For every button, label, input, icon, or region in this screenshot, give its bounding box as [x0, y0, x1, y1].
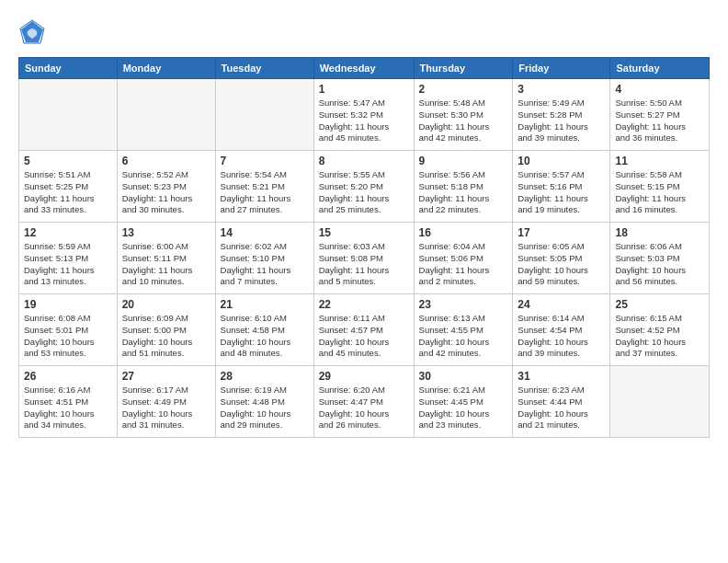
calendar-cell: 28Sunrise: 6:19 AM Sunset: 4:48 PM Dayli…: [215, 366, 313, 438]
day-info: Sunrise: 6:05 AM Sunset: 5:05 PM Dayligh…: [518, 241, 605, 288]
day-number: 24: [518, 298, 605, 311]
calendar-cell: 5Sunrise: 5:51 AM Sunset: 5:25 PM Daylig…: [19, 151, 118, 223]
day-info: Sunrise: 6:10 AM Sunset: 4:58 PM Dayligh…: [221, 313, 309, 360]
calendar-cell: 20Sunrise: 6:09 AM Sunset: 5:00 PM Dayli…: [117, 294, 215, 366]
calendar-header-row: SundayMondayTuesdayWednesdayThursdayFrid…: [19, 58, 710, 79]
calendar-cell: 24Sunrise: 6:14 AM Sunset: 4:54 PM Dayli…: [513, 294, 610, 366]
day-info: Sunrise: 5:57 AM Sunset: 5:16 PM Dayligh…: [518, 169, 605, 216]
calendar-cell: [19, 79, 118, 151]
calendar-cell: 30Sunrise: 6:21 AM Sunset: 4:45 PM Dayli…: [414, 366, 513, 438]
day-number: 15: [319, 226, 409, 239]
day-info: Sunrise: 6:15 AM Sunset: 4:52 PM Dayligh…: [615, 313, 704, 360]
day-number: 27: [122, 370, 210, 383]
day-info: Sunrise: 6:09 AM Sunset: 5:00 PM Dayligh…: [122, 313, 210, 360]
day-number: 25: [615, 298, 704, 311]
calendar-cell: 16Sunrise: 6:04 AM Sunset: 5:06 PM Dayli…: [414, 223, 513, 294]
calendar-cell: 23Sunrise: 6:13 AM Sunset: 4:55 PM Dayli…: [414, 294, 513, 366]
day-number: 5: [24, 155, 112, 167]
calendar-cell: 18Sunrise: 6:06 AM Sunset: 5:03 PM Dayli…: [610, 223, 710, 294]
day-number: 13: [122, 226, 210, 239]
day-info: Sunrise: 6:04 AM Sunset: 5:06 PM Dayligh…: [419, 241, 508, 288]
day-number: 1: [319, 83, 409, 96]
calendar-cell: 17Sunrise: 6:05 AM Sunset: 5:05 PM Dayli…: [513, 223, 610, 294]
day-number: 26: [24, 370, 112, 383]
day-number: 8: [319, 155, 409, 167]
week-row-5: 26Sunrise: 6:16 AM Sunset: 4:51 PM Dayli…: [19, 366, 710, 438]
day-number: 7: [221, 155, 309, 167]
day-info: Sunrise: 5:47 AM Sunset: 5:32 PM Dayligh…: [319, 98, 409, 144]
day-header-saturday: Saturday: [610, 58, 710, 79]
day-info: Sunrise: 5:58 AM Sunset: 5:15 PM Dayligh…: [615, 169, 704, 216]
day-info: Sunrise: 6:13 AM Sunset: 4:55 PM Dayligh…: [419, 313, 508, 360]
calendar-cell: 6Sunrise: 5:52 AM Sunset: 5:23 PM Daylig…: [117, 151, 215, 223]
day-number: 3: [518, 83, 605, 96]
day-number: 17: [518, 226, 605, 239]
calendar-cell: [117, 79, 215, 151]
day-info: Sunrise: 5:48 AM Sunset: 5:30 PM Dayligh…: [419, 98, 508, 144]
day-number: 6: [122, 155, 210, 167]
day-number: 16: [419, 226, 508, 239]
calendar-cell: 25Sunrise: 6:15 AM Sunset: 4:52 PM Dayli…: [610, 294, 710, 366]
day-info: Sunrise: 6:21 AM Sunset: 4:45 PM Dayligh…: [419, 385, 508, 431]
calendar-cell: [215, 79, 313, 151]
day-info: Sunrise: 6:14 AM Sunset: 4:54 PM Dayligh…: [518, 313, 605, 360]
day-number: 4: [615, 83, 704, 96]
day-info: Sunrise: 6:06 AM Sunset: 5:03 PM Dayligh…: [615, 241, 704, 288]
week-row-2: 5Sunrise: 5:51 AM Sunset: 5:25 PM Daylig…: [19, 151, 710, 223]
day-info: Sunrise: 5:49 AM Sunset: 5:28 PM Dayligh…: [518, 98, 605, 144]
header: [18, 18, 710, 46]
calendar-cell: 13Sunrise: 6:00 AM Sunset: 5:11 PM Dayli…: [117, 223, 215, 294]
calendar-cell: 10Sunrise: 5:57 AM Sunset: 5:16 PM Dayli…: [513, 151, 610, 223]
week-row-4: 19Sunrise: 6:08 AM Sunset: 5:01 PM Dayli…: [19, 294, 710, 366]
calendar-cell: 9Sunrise: 5:56 AM Sunset: 5:18 PM Daylig…: [414, 151, 513, 223]
day-number: 14: [221, 226, 309, 239]
day-info: Sunrise: 6:00 AM Sunset: 5:11 PM Dayligh…: [122, 241, 210, 288]
calendar-cell: 2Sunrise: 5:48 AM Sunset: 5:30 PM Daylig…: [414, 79, 513, 151]
day-info: Sunrise: 6:11 AM Sunset: 4:57 PM Dayligh…: [319, 313, 409, 360]
day-info: Sunrise: 5:59 AM Sunset: 5:13 PM Dayligh…: [24, 241, 112, 288]
day-info: Sunrise: 5:54 AM Sunset: 5:21 PM Dayligh…: [221, 169, 309, 216]
day-header-wednesday: Wednesday: [313, 58, 414, 79]
calendar-cell: 11Sunrise: 5:58 AM Sunset: 5:15 PM Dayli…: [610, 151, 710, 223]
calendar-cell: 1Sunrise: 5:47 AM Sunset: 5:32 PM Daylig…: [313, 79, 414, 151]
day-number: 10: [518, 155, 605, 167]
day-header-thursday: Thursday: [414, 58, 513, 79]
day-number: 22: [319, 298, 409, 311]
day-number: 21: [221, 298, 309, 311]
calendar-cell: 3Sunrise: 5:49 AM Sunset: 5:28 PM Daylig…: [513, 79, 610, 151]
day-info: Sunrise: 6:16 AM Sunset: 4:51 PM Dayligh…: [24, 385, 112, 431]
day-number: 19: [24, 298, 112, 311]
day-info: Sunrise: 6:20 AM Sunset: 4:47 PM Dayligh…: [319, 385, 409, 431]
day-number: 31: [518, 370, 605, 383]
calendar-cell: 19Sunrise: 6:08 AM Sunset: 5:01 PM Dayli…: [19, 294, 118, 366]
calendar-cell: 12Sunrise: 5:59 AM Sunset: 5:13 PM Dayli…: [19, 223, 118, 294]
day-info: Sunrise: 5:51 AM Sunset: 5:25 PM Dayligh…: [24, 169, 112, 216]
day-header-monday: Monday: [117, 58, 215, 79]
calendar-cell: 14Sunrise: 6:02 AM Sunset: 5:10 PM Dayli…: [215, 223, 313, 294]
logo: [18, 18, 50, 46]
day-info: Sunrise: 6:02 AM Sunset: 5:10 PM Dayligh…: [221, 241, 309, 288]
calendar-cell: 15Sunrise: 6:03 AM Sunset: 5:08 PM Dayli…: [313, 223, 414, 294]
calendar-cell: 22Sunrise: 6:11 AM Sunset: 4:57 PM Dayli…: [313, 294, 414, 366]
calendar-cell: 26Sunrise: 6:16 AM Sunset: 4:51 PM Dayli…: [19, 366, 118, 438]
calendar-cell: 7Sunrise: 5:54 AM Sunset: 5:21 PM Daylig…: [215, 151, 313, 223]
day-number: 28: [221, 370, 309, 383]
calendar-cell: 31Sunrise: 6:23 AM Sunset: 4:44 PM Dayli…: [513, 366, 610, 438]
calendar-cell: 21Sunrise: 6:10 AM Sunset: 4:58 PM Dayli…: [215, 294, 313, 366]
calendar-cell: 29Sunrise: 6:20 AM Sunset: 4:47 PM Dayli…: [313, 366, 414, 438]
calendar-cell: 4Sunrise: 5:50 AM Sunset: 5:27 PM Daylig…: [610, 79, 710, 151]
day-number: 20: [122, 298, 210, 311]
day-number: 30: [419, 370, 508, 383]
day-number: 11: [615, 155, 704, 167]
calendar-cell: [610, 366, 710, 438]
day-info: Sunrise: 5:55 AM Sunset: 5:20 PM Dayligh…: [319, 169, 409, 216]
day-info: Sunrise: 5:50 AM Sunset: 5:27 PM Dayligh…: [615, 98, 704, 144]
calendar-cell: 27Sunrise: 6:17 AM Sunset: 4:49 PM Dayli…: [117, 366, 215, 438]
day-number: 12: [24, 226, 112, 239]
week-row-1: 1Sunrise: 5:47 AM Sunset: 5:32 PM Daylig…: [19, 79, 710, 151]
day-info: Sunrise: 6:19 AM Sunset: 4:48 PM Dayligh…: [221, 385, 309, 431]
calendar-table: SundayMondayTuesdayWednesdayThursdayFrid…: [18, 57, 710, 438]
day-info: Sunrise: 6:08 AM Sunset: 5:01 PM Dayligh…: [24, 313, 112, 360]
calendar-cell: 8Sunrise: 5:55 AM Sunset: 5:20 PM Daylig…: [313, 151, 414, 223]
day-header-tuesday: Tuesday: [215, 58, 313, 79]
